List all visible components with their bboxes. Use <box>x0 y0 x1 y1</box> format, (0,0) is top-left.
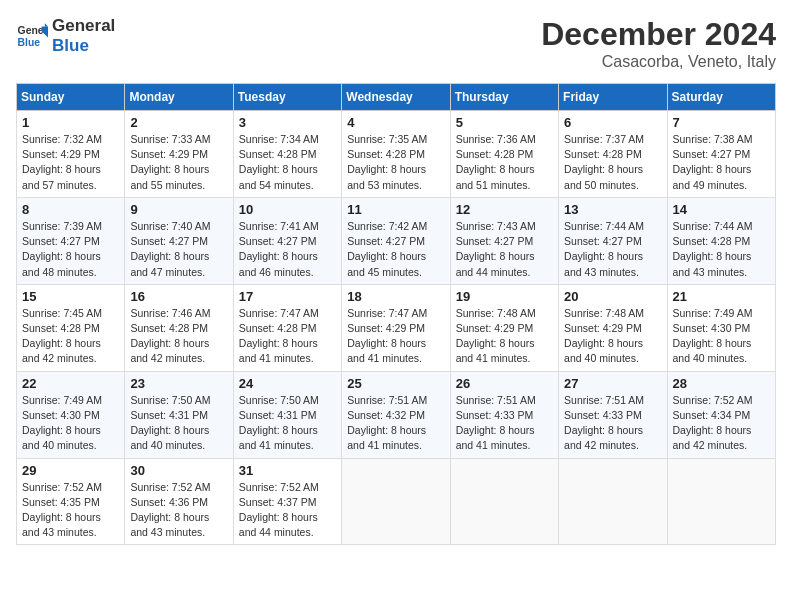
weekday-header-row: SundayMondayTuesdayWednesdayThursdayFrid… <box>17 84 776 111</box>
calendar-cell <box>667 458 775 545</box>
day-number: 19 <box>456 289 553 304</box>
calendar-cell: 14Sunrise: 7:44 AM Sunset: 4:28 PM Dayli… <box>667 197 775 284</box>
day-number: 15 <box>22 289 119 304</box>
calendar-cell: 19Sunrise: 7:48 AM Sunset: 4:29 PM Dayli… <box>450 284 558 371</box>
calendar-week-1: 1Sunrise: 7:32 AM Sunset: 4:29 PM Daylig… <box>17 111 776 198</box>
day-number: 10 <box>239 202 336 217</box>
day-number: 3 <box>239 115 336 130</box>
calendar-cell: 11Sunrise: 7:42 AM Sunset: 4:27 PM Dayli… <box>342 197 450 284</box>
day-info: Sunrise: 7:45 AM Sunset: 4:28 PM Dayligh… <box>22 306 119 367</box>
day-info: Sunrise: 7:49 AM Sunset: 4:30 PM Dayligh… <box>673 306 770 367</box>
month-title: December 2024 <box>541 16 776 53</box>
day-info: Sunrise: 7:46 AM Sunset: 4:28 PM Dayligh… <box>130 306 227 367</box>
logo-icon: General Blue <box>16 20 48 52</box>
calendar-week-3: 15Sunrise: 7:45 AM Sunset: 4:28 PM Dayli… <box>17 284 776 371</box>
day-number: 21 <box>673 289 770 304</box>
day-number: 26 <box>456 376 553 391</box>
calendar-cell: 26Sunrise: 7:51 AM Sunset: 4:33 PM Dayli… <box>450 371 558 458</box>
weekday-header-wednesday: Wednesday <box>342 84 450 111</box>
day-info: Sunrise: 7:33 AM Sunset: 4:29 PM Dayligh… <box>130 132 227 193</box>
day-info: Sunrise: 7:47 AM Sunset: 4:29 PM Dayligh… <box>347 306 444 367</box>
day-info: Sunrise: 7:52 AM Sunset: 4:34 PM Dayligh… <box>673 393 770 454</box>
day-number: 6 <box>564 115 661 130</box>
calendar-cell: 15Sunrise: 7:45 AM Sunset: 4:28 PM Dayli… <box>17 284 125 371</box>
day-info: Sunrise: 7:37 AM Sunset: 4:28 PM Dayligh… <box>564 132 661 193</box>
calendar-cell: 24Sunrise: 7:50 AM Sunset: 4:31 PM Dayli… <box>233 371 341 458</box>
page-header: General Blue General Blue December 2024 … <box>16 16 776 71</box>
day-number: 24 <box>239 376 336 391</box>
day-info: Sunrise: 7:51 AM Sunset: 4:32 PM Dayligh… <box>347 393 444 454</box>
calendar-cell: 7Sunrise: 7:38 AM Sunset: 4:27 PM Daylig… <box>667 111 775 198</box>
calendar-cell: 13Sunrise: 7:44 AM Sunset: 4:27 PM Dayli… <box>559 197 667 284</box>
calendar-body: 1Sunrise: 7:32 AM Sunset: 4:29 PM Daylig… <box>17 111 776 545</box>
weekday-header-sunday: Sunday <box>17 84 125 111</box>
logo-text-blue: Blue <box>52 36 115 56</box>
day-number: 2 <box>130 115 227 130</box>
calendar-cell: 29Sunrise: 7:52 AM Sunset: 4:35 PM Dayli… <box>17 458 125 545</box>
day-number: 1 <box>22 115 119 130</box>
day-number: 29 <box>22 463 119 478</box>
day-number: 4 <box>347 115 444 130</box>
day-number: 30 <box>130 463 227 478</box>
day-info: Sunrise: 7:41 AM Sunset: 4:27 PM Dayligh… <box>239 219 336 280</box>
calendar-week-5: 29Sunrise: 7:52 AM Sunset: 4:35 PM Dayli… <box>17 458 776 545</box>
calendar-cell: 27Sunrise: 7:51 AM Sunset: 4:33 PM Dayli… <box>559 371 667 458</box>
day-number: 17 <box>239 289 336 304</box>
calendar-cell: 23Sunrise: 7:50 AM Sunset: 4:31 PM Dayli… <box>125 371 233 458</box>
day-number: 8 <box>22 202 119 217</box>
logo-text-general: General <box>52 16 115 36</box>
day-info: Sunrise: 7:44 AM Sunset: 4:27 PM Dayligh… <box>564 219 661 280</box>
calendar-cell: 17Sunrise: 7:47 AM Sunset: 4:28 PM Dayli… <box>233 284 341 371</box>
calendar-cell: 12Sunrise: 7:43 AM Sunset: 4:27 PM Dayli… <box>450 197 558 284</box>
day-info: Sunrise: 7:44 AM Sunset: 4:28 PM Dayligh… <box>673 219 770 280</box>
day-info: Sunrise: 7:48 AM Sunset: 4:29 PM Dayligh… <box>456 306 553 367</box>
day-number: 16 <box>130 289 227 304</box>
calendar-cell: 31Sunrise: 7:52 AM Sunset: 4:37 PM Dayli… <box>233 458 341 545</box>
day-info: Sunrise: 7:52 AM Sunset: 4:37 PM Dayligh… <box>239 480 336 541</box>
day-number: 12 <box>456 202 553 217</box>
calendar-cell: 16Sunrise: 7:46 AM Sunset: 4:28 PM Dayli… <box>125 284 233 371</box>
calendar-cell: 9Sunrise: 7:40 AM Sunset: 4:27 PM Daylig… <box>125 197 233 284</box>
calendar-cell: 1Sunrise: 7:32 AM Sunset: 4:29 PM Daylig… <box>17 111 125 198</box>
weekday-header-friday: Friday <box>559 84 667 111</box>
day-number: 5 <box>456 115 553 130</box>
svg-text:Blue: Blue <box>18 37 41 48</box>
calendar-cell <box>450 458 558 545</box>
day-info: Sunrise: 7:50 AM Sunset: 4:31 PM Dayligh… <box>130 393 227 454</box>
day-info: Sunrise: 7:43 AM Sunset: 4:27 PM Dayligh… <box>456 219 553 280</box>
calendar-cell <box>342 458 450 545</box>
day-info: Sunrise: 7:52 AM Sunset: 4:35 PM Dayligh… <box>22 480 119 541</box>
day-number: 31 <box>239 463 336 478</box>
weekday-header-thursday: Thursday <box>450 84 558 111</box>
day-info: Sunrise: 7:51 AM Sunset: 4:33 PM Dayligh… <box>456 393 553 454</box>
calendar-week-2: 8Sunrise: 7:39 AM Sunset: 4:27 PM Daylig… <box>17 197 776 284</box>
day-info: Sunrise: 7:47 AM Sunset: 4:28 PM Dayligh… <box>239 306 336 367</box>
logo: General Blue General Blue <box>16 16 115 57</box>
day-number: 7 <box>673 115 770 130</box>
calendar-cell <box>559 458 667 545</box>
calendar-cell: 22Sunrise: 7:49 AM Sunset: 4:30 PM Dayli… <box>17 371 125 458</box>
weekday-header-monday: Monday <box>125 84 233 111</box>
day-info: Sunrise: 7:40 AM Sunset: 4:27 PM Dayligh… <box>130 219 227 280</box>
day-info: Sunrise: 7:51 AM Sunset: 4:33 PM Dayligh… <box>564 393 661 454</box>
location-subtitle: Casacorba, Veneto, Italy <box>541 53 776 71</box>
calendar-cell: 2Sunrise: 7:33 AM Sunset: 4:29 PM Daylig… <box>125 111 233 198</box>
day-number: 25 <box>347 376 444 391</box>
day-number: 27 <box>564 376 661 391</box>
day-info: Sunrise: 7:50 AM Sunset: 4:31 PM Dayligh… <box>239 393 336 454</box>
calendar-cell: 4Sunrise: 7:35 AM Sunset: 4:28 PM Daylig… <box>342 111 450 198</box>
weekday-header-saturday: Saturday <box>667 84 775 111</box>
calendar-cell: 30Sunrise: 7:52 AM Sunset: 4:36 PM Dayli… <box>125 458 233 545</box>
calendar-table: SundayMondayTuesdayWednesdayThursdayFrid… <box>16 83 776 545</box>
day-number: 28 <box>673 376 770 391</box>
weekday-header-tuesday: Tuesday <box>233 84 341 111</box>
day-info: Sunrise: 7:49 AM Sunset: 4:30 PM Dayligh… <box>22 393 119 454</box>
day-number: 18 <box>347 289 444 304</box>
calendar-week-4: 22Sunrise: 7:49 AM Sunset: 4:30 PM Dayli… <box>17 371 776 458</box>
calendar-cell: 18Sunrise: 7:47 AM Sunset: 4:29 PM Dayli… <box>342 284 450 371</box>
day-info: Sunrise: 7:52 AM Sunset: 4:36 PM Dayligh… <box>130 480 227 541</box>
calendar-cell: 5Sunrise: 7:36 AM Sunset: 4:28 PM Daylig… <box>450 111 558 198</box>
day-info: Sunrise: 7:39 AM Sunset: 4:27 PM Dayligh… <box>22 219 119 280</box>
day-info: Sunrise: 7:35 AM Sunset: 4:28 PM Dayligh… <box>347 132 444 193</box>
day-number: 9 <box>130 202 227 217</box>
